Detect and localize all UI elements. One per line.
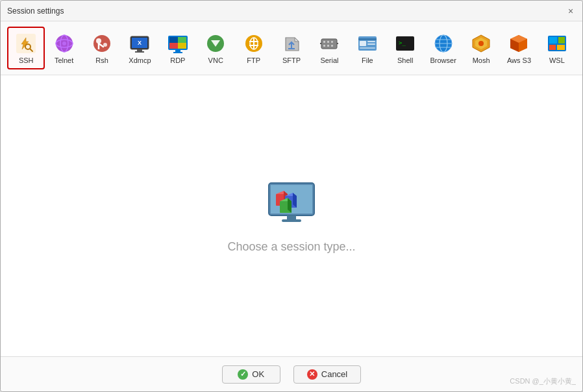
file-label: File xyxy=(362,56,373,64)
svg-rect-20 xyxy=(178,43,186,49)
vnc-label: VNC xyxy=(208,56,223,64)
cancel-label: Cancel xyxy=(321,369,347,379)
svg-rect-28 xyxy=(321,39,337,49)
session-item-browser[interactable]: Browser xyxy=(424,27,462,69)
svg-rect-18 xyxy=(178,37,186,43)
svg-point-6 xyxy=(62,42,66,45)
session-item-telnet[interactable]: Telnet xyxy=(45,27,82,69)
serial-icon xyxy=(317,32,341,55)
telnet-icon xyxy=(53,32,76,55)
svg-point-9 xyxy=(103,43,107,47)
svg-rect-40 xyxy=(367,41,375,42)
svg-point-53 xyxy=(478,41,484,46)
svg-text:X: X xyxy=(138,40,142,46)
wsl-label: WSL xyxy=(549,56,565,64)
svg-rect-29 xyxy=(323,41,325,43)
shell-icon: >_ xyxy=(393,32,417,55)
svg-rect-62 xyxy=(557,45,565,50)
ssh-label: SSH xyxy=(19,56,34,64)
svg-rect-19 xyxy=(169,43,178,49)
mosh-icon xyxy=(469,32,493,55)
session-item-file[interactable]: File xyxy=(349,27,386,69)
svg-rect-22 xyxy=(173,52,182,53)
session-item-ssh[interactable]: SSH xyxy=(7,27,45,69)
svg-rect-42 xyxy=(360,47,375,49)
svg-rect-41 xyxy=(367,43,375,45)
sftp-label: SFTP xyxy=(282,56,301,64)
svg-rect-61 xyxy=(549,45,556,50)
svg-rect-60 xyxy=(558,37,565,43)
session-item-sftp[interactable]: SFTP xyxy=(273,27,310,69)
dialog-title: Session settings xyxy=(7,6,64,16)
title-bar: Session settings × xyxy=(1,1,582,21)
wsl-icon xyxy=(545,32,569,55)
session-type-bar: SSH Telnet xyxy=(1,21,582,75)
cancel-button[interactable]: ✕ Cancel xyxy=(293,365,361,384)
ftp-icon xyxy=(242,32,266,55)
rdp-icon xyxy=(166,32,190,55)
session-item-aws-s3[interactable]: Aws S3 xyxy=(500,27,538,69)
svg-rect-75 xyxy=(282,219,301,222)
xdmcp-label: Xdmcp xyxy=(129,56,151,64)
svg-text:>_: >_ xyxy=(399,40,406,46)
xdmcp-icon: X xyxy=(128,32,151,55)
telnet-label: Telnet xyxy=(55,56,73,64)
aws-s3-icon xyxy=(507,32,530,55)
aws-s3-label: Aws S3 xyxy=(507,56,531,64)
svg-rect-31 xyxy=(331,41,333,43)
svg-rect-34 xyxy=(331,45,333,47)
session-item-ftp[interactable]: FTP xyxy=(234,27,272,69)
rdp-label: RDP xyxy=(170,56,185,64)
session-item-vnc[interactable]: VNC xyxy=(197,27,234,69)
ssh-icon xyxy=(14,32,38,55)
session-item-rdp[interactable]: RDP xyxy=(159,27,197,69)
browser-label: Browser xyxy=(430,56,456,64)
session-item-wsl[interactable]: WSL xyxy=(538,27,576,69)
session-item-rsh[interactable]: Rsh xyxy=(83,27,121,69)
ok-label: OK xyxy=(252,369,264,379)
svg-rect-32 xyxy=(323,45,325,47)
session-item-xdmcp[interactable]: X Xdmcp xyxy=(121,27,158,69)
svg-rect-59 xyxy=(549,37,557,43)
svg-rect-21 xyxy=(175,50,180,52)
main-content: Choose a session type... xyxy=(1,75,582,356)
shell-label: Shell xyxy=(397,56,413,64)
svg-rect-17 xyxy=(169,37,178,43)
browser-icon xyxy=(432,32,455,55)
close-button[interactable]: × xyxy=(565,6,576,16)
svg-rect-13 xyxy=(137,49,142,51)
dialog-footer: ✓ OK ✕ Cancel xyxy=(1,356,582,391)
rsh-label: Rsh xyxy=(95,56,108,64)
watermark: CSDN @_小黄小黄_ xyxy=(510,376,576,386)
sftp-icon xyxy=(280,32,303,55)
ok-icon: ✓ xyxy=(238,369,248,380)
svg-rect-30 xyxy=(327,41,329,43)
session-item-serial[interactable]: Serial xyxy=(310,27,348,69)
svg-rect-74 xyxy=(287,215,296,219)
mosh-label: Mosh xyxy=(473,56,490,64)
cancel-icon: ✕ xyxy=(307,369,317,380)
rsh-icon xyxy=(90,32,114,55)
vnc-icon xyxy=(204,32,227,55)
session-item-shell[interactable]: >_ Shell xyxy=(386,27,424,69)
svg-point-7 xyxy=(93,35,110,52)
svg-rect-14 xyxy=(135,51,144,53)
svg-rect-38 xyxy=(358,38,377,40)
file-icon xyxy=(356,32,379,55)
serial-label: Serial xyxy=(320,56,338,64)
session-item-mosh[interactable]: Mosh xyxy=(462,27,500,69)
ftp-label: FTP xyxy=(247,56,260,64)
svg-rect-33 xyxy=(327,45,329,47)
placeholder-text: Choose a session type... xyxy=(227,240,355,254)
ok-button[interactable]: ✓ OK xyxy=(222,365,280,384)
session-settings-dialog: Session settings × SSH xyxy=(0,0,583,392)
svg-rect-39 xyxy=(360,41,366,46)
placeholder-monitor-icon xyxy=(266,178,317,230)
